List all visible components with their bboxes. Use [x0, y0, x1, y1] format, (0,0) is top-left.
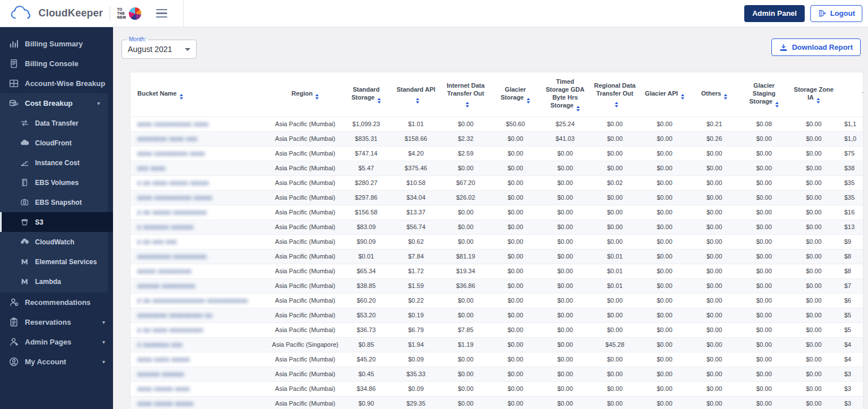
cost-value-cell: $0.00 [540, 234, 590, 249]
sidebar-subitem-elemental-services[interactable]: Elemental Services [0, 252, 108, 272]
bucket-name-cell[interactable]: xxxxxxxx xxxx xxx [131, 131, 269, 146]
sidebar-subitem-cloudwatch[interactable]: CloudWatch [0, 232, 108, 252]
bucket-name-cell[interactable]: x xx xxx xxx [131, 234, 269, 249]
logo-divider [110, 6, 110, 21]
sidebar-subitem-ebs-volumes[interactable]: EBS Volumes [0, 173, 108, 192]
bucket-name-cell[interactable]: xxxxx xxxxxxxxx [131, 264, 269, 278]
bucket-name-cell[interactable]: x xx xxxx xxxxx xxxxx [131, 175, 269, 190]
table-row: xxxx xxxxxxxxxx xxxxxAsia Pacific (Mumba… [131, 190, 863, 205]
cost-value-cell: $34.04 [391, 190, 441, 205]
column-header-timed_gda[interactable]: Timed Storage GDA Byte Hrs Storage [540, 72, 590, 117]
column-header-others[interactable]: Others [689, 72, 739, 117]
bucket-name-cell[interactable]: x xx xxxxxxxxxxxxxx xxxxxxxxxxx [131, 293, 269, 308]
cost-value-cell: $0.00 [491, 337, 540, 352]
cost-value-cell: $297.86 [341, 190, 391, 205]
column-header-regional_dto[interactable]: Regional Data Transfer Out [590, 72, 640, 117]
cost-value-cell: $0.00 [640, 205, 689, 219]
cost-value-cell: $0.00 [789, 249, 839, 264]
bucket-name-cell[interactable]: xxxx xxxxxxxxxx xxxx [131, 117, 269, 131]
cost-value-cell: $835.31 [341, 131, 391, 146]
sidebar-item-recommendations[interactable]: Recommendations [0, 292, 113, 312]
bucket-name-cell[interactable]: x xx xxxx xxxxxxxxx [131, 322, 269, 337]
cost-value-cell: $0.62 [391, 234, 441, 249]
column-header-glacier_staging[interactable]: Glacier Staging Storage [739, 72, 789, 117]
cost-value-cell: $0.00 [689, 205, 739, 219]
table-row: xxxx xxxxxxxxxx xxxxAsia Pacific (Mumbai… [131, 117, 863, 131]
bucket-name-cell[interactable]: xxxx xxxxxxxxx xxxx [131, 146, 269, 161]
cost-value-cell: $0.00 [739, 175, 789, 190]
logout-button[interactable]: Logout [810, 5, 862, 22]
download-report-button[interactable]: Download Report [771, 38, 861, 56]
sidebar-subitem-ebs-snapshot[interactable]: EBS Snapshot [0, 192, 108, 212]
cost-value-cell: $1.01 [391, 117, 441, 131]
cost-value-cell: $0.00 [739, 190, 789, 205]
cost-value-cell: $0.00 [590, 190, 640, 205]
sidebar-item-label: Cost Breakup [25, 99, 73, 107]
bucket-name-cell[interactable]: xxx xxxx [131, 161, 269, 175]
sidebar-item-my-account[interactable]: My Account▾ [0, 352, 113, 372]
column-header-std_storage[interactable]: Standard Storage [341, 72, 391, 117]
column-header-bucket[interactable]: Bucket Name [131, 72, 269, 117]
cloud-icon [20, 139, 29, 147]
sort-icon [724, 94, 727, 100]
sidebar-item-cost-breakup[interactable]: Cost Breakup▾ [0, 93, 108, 113]
cost-value-cell: $36.86 [441, 278, 491, 293]
column-header-storage_zone_ia[interactable]: Storage Zone IA [789, 72, 839, 117]
column-header-glacier_api[interactable]: Glacier API [640, 72, 689, 117]
sidebar-item-account-wise-breakup[interactable]: Account-Wise Breakup [0, 74, 113, 93]
bucket-name-cell[interactable]: xxxxxx xxxxxx [131, 367, 269, 381]
sidebar-item-admin-pages[interactable]: Admin Pages▾ [0, 332, 113, 352]
bucket-name-cell[interactable]: x xxxxxxx xxxxxx [131, 219, 269, 234]
cost-value-cell: $25.24 [540, 117, 590, 131]
cost-value-cell: $0.00 [640, 146, 689, 161]
sidebar-subitem-lambda[interactable]: Lambda [0, 272, 108, 291]
main-content: Month: August 2021 Download Report Bucke… [113, 27, 868, 409]
sidebar-subitem-data-transfer[interactable]: Data Transfer [0, 113, 108, 133]
bucket-name-cell[interactable]: xxxxxxxx xxxxxxxxx xx [131, 308, 269, 322]
bucket-name-cell[interactable]: xxxx xxxxx xxxxx [131, 396, 269, 409]
cost-value-cell: $0.90 [341, 396, 391, 409]
hamburger-menu-icon[interactable] [156, 9, 167, 18]
sidebar-group-cost-breakup: Cost Breakup▾Data TransferCloudFrontInst… [0, 93, 108, 292]
bucket-name-cell[interactable]: xxxxxxxxx xxxxxxxxx [131, 249, 269, 264]
column-header-std_api[interactable]: Standard API [391, 72, 441, 117]
cost-value-cell: $0.00 [441, 161, 491, 175]
column-header-region[interactable]: Region [269, 72, 341, 117]
sidebar-subitem-cloudfront[interactable]: CloudFront [0, 133, 108, 153]
sidebar-item-billing-console[interactable]: Billing Console [0, 54, 113, 74]
cost-value-cell: $0.00 [590, 381, 640, 396]
cost-value-cell: $0.08 [739, 117, 789, 131]
bucket-name-cell[interactable]: x xxxxxxx xxx [131, 337, 269, 352]
admin-panel-button[interactable]: Admin Panel [744, 5, 805, 22]
coins-icon [9, 98, 19, 108]
grid-icon [9, 79, 19, 88]
bucket-name-cell[interactable]: xxxxxx xxxxxxxxx [131, 278, 269, 293]
bucket-name-cell[interactable]: x xx xxxxx xxxxxxxxx [131, 205, 269, 219]
sidebar-item-billing-summary[interactable]: Billing Summary [0, 34, 113, 54]
logout-icon [818, 9, 826, 18]
sidebar-subitem-s3[interactable]: S3 [0, 212, 113, 232]
cost-value-cell: $0.00 [640, 381, 689, 396]
cost-value-cell: $0.00 [789, 322, 839, 337]
total-cost-cell: $5 [839, 308, 863, 322]
region-cell: Asia Pacific (Mumbai) [269, 117, 341, 131]
region-cell: Asia Pacific (Mumbai) [269, 219, 341, 234]
column-header-label: Others [701, 90, 721, 97]
cost-value-cell: $0.00 [689, 264, 739, 278]
cost-value-cell: $45.20 [341, 352, 391, 367]
total-cost-cell: $13 [839, 219, 863, 234]
column-header-glacier_storage[interactable]: Glacier Storage [491, 72, 540, 117]
month-select[interactable]: Month: August 2021 [121, 40, 197, 59]
bucket-name-cell[interactable]: xxxx xxxx xxxxx [131, 352, 269, 367]
cost-value-cell: $81.19 [441, 249, 491, 264]
bucket-name-cell[interactable]: xxxx xxxxxxxxxx xxxxx [131, 190, 269, 205]
sidebar-item-reservations[interactable]: Reservations▾ [0, 312, 113, 332]
transfer-arrows-icon [20, 119, 29, 127]
cost-value-cell: $0.00 [491, 381, 540, 396]
table-body: xxxx xxxxxxxxxx xxxxAsia Pacific (Mumbai… [131, 117, 863, 409]
cost-value-cell: $0.00 [789, 337, 839, 352]
bucket-name-cell[interactable]: xxxx xxxxx xxxx [131, 381, 269, 396]
sidebar-subitem-instance-cost[interactable]: Instance Cost [0, 153, 108, 173]
column-header-internet_dto[interactable]: Internet Data Transfer Out [441, 72, 491, 117]
logo-text: CloudKeeper [14, 7, 103, 19]
